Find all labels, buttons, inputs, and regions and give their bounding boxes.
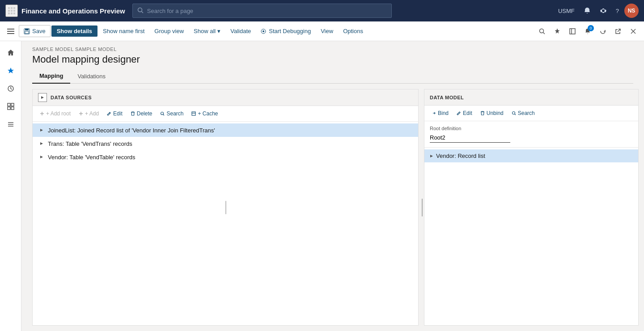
open-new-window-button[interactable] <box>611 24 625 38</box>
add-button[interactable]: + Add <box>75 109 102 119</box>
sidebar-toggle-button[interactable] <box>4 24 18 38</box>
notification-count-badge: 0 <box>588 25 594 31</box>
left-sidebar <box>0 41 21 331</box>
tab-validations[interactable]: Validations <box>70 69 113 84</box>
svg-point-47 <box>512 112 515 115</box>
sidebar-modules-button[interactable] <box>3 116 19 132</box>
search-action-button[interactable] <box>535 24 549 38</box>
options-button[interactable]: Options <box>339 25 368 37</box>
data-sources-title: DATA SOURCES <box>51 95 92 100</box>
refresh-button[interactable] <box>596 24 610 38</box>
svg-rect-21 <box>570 29 575 34</box>
svg-marker-45 <box>40 142 43 145</box>
svg-rect-28 <box>11 103 14 106</box>
svg-rect-5 <box>13 10 15 12</box>
settings-button[interactable] <box>596 5 610 16</box>
svg-rect-2 <box>13 7 15 9</box>
close-button[interactable] <box>626 24 640 38</box>
svg-rect-4 <box>11 10 13 12</box>
expand-arrow-icon <box>38 153 45 161</box>
avatar[interactable]: NS <box>624 4 639 18</box>
breadcrumb: SAMPLE MODEL SAMPLE MODEL <box>32 47 633 52</box>
search-icon <box>137 7 144 15</box>
sidebar-expand-button[interactable] <box>565 24 580 38</box>
svg-rect-30 <box>11 107 14 110</box>
bind-button[interactable]: Bind <box>428 108 452 118</box>
svg-line-48 <box>515 114 516 115</box>
show-all-button[interactable]: Show all ▾ <box>189 25 225 37</box>
svg-marker-46 <box>40 156 43 158</box>
svg-line-20 <box>543 32 545 34</box>
delete-button[interactable]: Delete <box>127 109 156 119</box>
search-model-button[interactable]: Search <box>508 108 538 118</box>
search-datasource-button[interactable]: Search <box>157 109 187 119</box>
panel-divider[interactable] <box>420 89 424 326</box>
action-bar-right: 0 <box>535 24 640 38</box>
group-view-button[interactable]: Group view <box>150 25 188 37</box>
svg-rect-8 <box>13 13 15 14</box>
view-button[interactable]: View <box>316 25 338 37</box>
svg-rect-12 <box>7 31 14 32</box>
top-nav-bar: Finance and Operations Preview USMF ? NS <box>0 0 644 21</box>
page-tabs: Mapping Validations <box>32 69 633 84</box>
data-sources-panel-header: DATA SOURCES <box>33 89 418 106</box>
svg-line-23 <box>618 29 620 32</box>
svg-point-40 <box>161 112 164 115</box>
data-sources-panel: DATA SOURCES + Add root + Add <box>32 89 419 326</box>
global-search-bar[interactable] <box>132 4 392 18</box>
sidebar-workspaces-button[interactable] <box>3 98 19 115</box>
tree-item[interactable]: Vendor: Table 'VendTable' records <box>33 150 418 164</box>
svg-line-39 <box>110 113 110 114</box>
sidebar-home-button[interactable] <box>3 45 19 61</box>
tree-item[interactable]: JoinedList: Joined Record list of 'Vendo… <box>33 123 418 137</box>
root-definition-label: Root definition <box>430 126 633 131</box>
waffle-icon[interactable] <box>5 4 18 17</box>
svg-point-9 <box>138 8 142 12</box>
chevron-down-icon: ▾ <box>217 28 220 34</box>
add-root-button[interactable]: + Add root <box>36 109 74 119</box>
svg-rect-7 <box>11 13 13 14</box>
root-definition-input[interactable] <box>430 133 510 143</box>
edit-button[interactable]: Edit <box>103 109 126 119</box>
svg-rect-6 <box>8 13 10 14</box>
data-model-panel-header: DATA MODEL <box>424 89 638 106</box>
svg-line-10 <box>141 11 143 13</box>
unbind-button[interactable]: Unbind <box>477 108 507 118</box>
svg-rect-3 <box>8 10 10 12</box>
user-company[interactable]: USMF <box>555 6 578 16</box>
main-layout: SAMPLE MODEL SAMPLE MODEL Model mapping … <box>0 41 644 331</box>
svg-rect-29 <box>8 107 10 110</box>
notification-badge-container: 0 <box>580 24 595 38</box>
help-button[interactable]: ? <box>612 6 623 16</box>
pin-button[interactable] <box>550 24 564 38</box>
content-area: SAMPLE MODEL SAMPLE MODEL Model mapping … <box>21 41 644 331</box>
nav-right-buttons: USMF ? NS <box>555 4 639 18</box>
sidebar-favorites-button[interactable] <box>3 63 19 79</box>
svg-marker-34 <box>41 96 44 99</box>
svg-rect-42 <box>192 112 195 115</box>
notifications-button[interactable] <box>580 5 594 16</box>
expand-collapse-button[interactable] <box>38 93 47 102</box>
svg-line-41 <box>163 115 164 115</box>
save-button[interactable]: Save <box>19 25 51 37</box>
tree-item[interactable]: Trans: Table 'VendTrans' records <box>33 137 418 150</box>
svg-rect-15 <box>25 29 29 30</box>
notification-icon-button[interactable]: 0 <box>580 24 595 38</box>
svg-marker-44 <box>40 129 43 132</box>
show-details-button[interactable]: Show details <box>51 25 97 37</box>
search-input[interactable] <box>147 8 387 14</box>
action-bar: Save Show details Show name first Group … <box>0 21 644 41</box>
validate-button[interactable]: Validate <box>226 25 255 37</box>
data-sources-toolbar: + Add root + Add Edit <box>33 106 418 122</box>
cache-button[interactable]: + Cache <box>188 109 221 119</box>
edit-model-button[interactable]: Edit <box>453 108 476 118</box>
tab-mapping[interactable]: Mapping <box>32 69 70 84</box>
svg-rect-13 <box>7 33 14 34</box>
start-debugging-button[interactable]: Start Debugging <box>256 25 315 37</box>
show-name-first-button[interactable]: Show name first <box>98 25 149 37</box>
app-title: Finance and Operations Preview <box>21 7 125 15</box>
data-model-title: DATA MODEL <box>430 95 464 100</box>
svg-rect-27 <box>8 103 10 106</box>
data-model-tree-item[interactable]: Vendor: Record list <box>424 149 638 162</box>
sidebar-recent-button[interactable] <box>3 81 19 97</box>
